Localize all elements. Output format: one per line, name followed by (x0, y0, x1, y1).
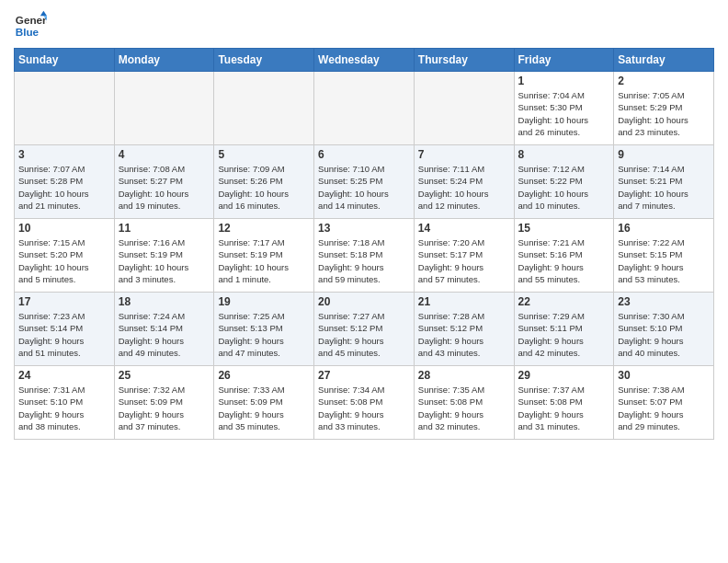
calendar-cell: 11Sunrise: 7:16 AMSunset: 5:19 PMDayligh… (114, 219, 214, 293)
calendar: SundayMondayTuesdayWednesdayThursdayFrid… (14, 48, 714, 440)
weekday-header-tuesday: Tuesday (214, 49, 314, 72)
day-number: 8 (518, 148, 610, 161)
day-info: Sunrise: 7:04 AMSunset: 5:30 PMDaylight:… (518, 89, 610, 138)
logo: General Blue (14, 9, 47, 42)
day-info: Sunrise: 7:24 AMSunset: 5:14 PMDaylight:… (119, 310, 210, 359)
day-number: 7 (418, 148, 510, 161)
calendar-cell (114, 72, 214, 145)
day-info: Sunrise: 7:23 AMSunset: 5:14 PMDaylight:… (18, 310, 110, 359)
day-number: 15 (518, 222, 610, 235)
day-number: 9 (618, 148, 710, 161)
week-row-3: 10Sunrise: 7:15 AMSunset: 5:20 PMDayligh… (15, 219, 714, 293)
weekday-header-thursday: Thursday (414, 49, 514, 72)
day-info: Sunrise: 7:29 AMSunset: 5:11 PMDaylight:… (518, 310, 610, 359)
day-number: 21 (418, 295, 510, 308)
day-info: Sunrise: 7:15 AMSunset: 5:20 PMDaylight:… (18, 236, 110, 285)
day-info: Sunrise: 7:33 AMSunset: 5:09 PMDaylight:… (218, 384, 310, 432)
day-info: Sunrise: 7:31 AMSunset: 5:10 PMDaylight:… (18, 384, 110, 432)
calendar-cell: 20Sunrise: 7:27 AMSunset: 5:12 PMDayligh… (314, 293, 415, 366)
week-row-5: 24Sunrise: 7:31 AMSunset: 5:10 PMDayligh… (15, 366, 714, 440)
calendar-cell: 3Sunrise: 7:07 AMSunset: 5:28 PMDaylight… (15, 145, 115, 219)
week-row-4: 17Sunrise: 7:23 AMSunset: 5:14 PMDayligh… (15, 293, 714, 366)
day-info: Sunrise: 7:35 AMSunset: 5:08 PMDaylight:… (418, 384, 510, 432)
calendar-cell: 30Sunrise: 7:38 AMSunset: 5:07 PMDayligh… (614, 366, 714, 440)
calendar-cell: 7Sunrise: 7:11 AMSunset: 5:24 PMDaylight… (414, 145, 514, 219)
calendar-cell: 28Sunrise: 7:35 AMSunset: 5:08 PMDayligh… (414, 366, 514, 440)
day-info: Sunrise: 7:25 AMSunset: 5:13 PMDaylight:… (218, 310, 310, 359)
day-number: 1 (518, 75, 610, 87)
day-info: Sunrise: 7:30 AMSunset: 5:10 PMDaylight:… (618, 310, 710, 359)
calendar-cell: 22Sunrise: 7:29 AMSunset: 5:11 PMDayligh… (514, 293, 614, 366)
day-info: Sunrise: 7:08 AMSunset: 5:27 PMDaylight:… (119, 163, 210, 212)
calendar-cell: 19Sunrise: 7:25 AMSunset: 5:13 PMDayligh… (214, 293, 314, 366)
weekday-header-row: SundayMondayTuesdayWednesdayThursdayFrid… (15, 49, 714, 72)
day-info: Sunrise: 7:16 AMSunset: 5:19 PMDaylight:… (119, 236, 210, 285)
day-number: 6 (318, 148, 410, 161)
calendar-cell (214, 72, 314, 145)
day-info: Sunrise: 7:10 AMSunset: 5:25 PMDaylight:… (318, 163, 410, 212)
calendar-cell: 10Sunrise: 7:15 AMSunset: 5:20 PMDayligh… (15, 219, 115, 293)
calendar-cell: 15Sunrise: 7:21 AMSunset: 5:16 PMDayligh… (514, 219, 614, 293)
week-row-1: 1Sunrise: 7:04 AMSunset: 5:30 PMDaylight… (15, 72, 714, 145)
day-number: 14 (418, 222, 510, 235)
day-info: Sunrise: 7:38 AMSunset: 5:07 PMDaylight:… (618, 384, 710, 432)
calendar-cell: 12Sunrise: 7:17 AMSunset: 5:19 PMDayligh… (214, 219, 314, 293)
day-info: Sunrise: 7:37 AMSunset: 5:08 PMDaylight:… (518, 384, 610, 432)
calendar-cell: 8Sunrise: 7:12 AMSunset: 5:22 PMDaylight… (514, 145, 614, 219)
day-number: 13 (318, 222, 410, 235)
day-number: 18 (119, 295, 210, 308)
day-info: Sunrise: 7:20 AMSunset: 5:17 PMDaylight:… (418, 236, 510, 285)
day-info: Sunrise: 7:12 AMSunset: 5:22 PMDaylight:… (518, 163, 610, 212)
weekday-header-wednesday: Wednesday (314, 49, 415, 72)
day-number: 22 (518, 295, 610, 308)
calendar-cell: 16Sunrise: 7:22 AMSunset: 5:15 PMDayligh… (614, 219, 714, 293)
day-number: 20 (318, 295, 410, 308)
day-number: 30 (618, 369, 710, 382)
day-number: 24 (18, 369, 110, 382)
day-number: 11 (119, 222, 210, 235)
calendar-cell: 21Sunrise: 7:28 AMSunset: 5:12 PMDayligh… (414, 293, 514, 366)
day-info: Sunrise: 7:14 AMSunset: 5:21 PMDaylight:… (618, 163, 710, 212)
calendar-cell (314, 72, 415, 145)
day-number: 23 (618, 295, 710, 308)
day-info: Sunrise: 7:27 AMSunset: 5:12 PMDaylight:… (318, 310, 410, 359)
day-info: Sunrise: 7:32 AMSunset: 5:09 PMDaylight:… (119, 384, 210, 432)
day-number: 4 (119, 148, 210, 161)
day-info: Sunrise: 7:05 AMSunset: 5:29 PMDaylight:… (618, 89, 710, 138)
day-number: 3 (18, 148, 110, 161)
day-info: Sunrise: 7:17 AMSunset: 5:19 PMDaylight:… (218, 236, 310, 285)
day-info: Sunrise: 7:28 AMSunset: 5:12 PMDaylight:… (418, 310, 510, 359)
calendar-cell: 13Sunrise: 7:18 AMSunset: 5:18 PMDayligh… (314, 219, 415, 293)
calendar-cell: 26Sunrise: 7:33 AMSunset: 5:09 PMDayligh… (214, 366, 314, 440)
svg-text:Blue: Blue (16, 26, 40, 38)
weekday-header-sunday: Sunday (15, 49, 115, 72)
day-number: 27 (318, 369, 410, 382)
calendar-cell: 4Sunrise: 7:08 AMSunset: 5:27 PMDaylight… (114, 145, 214, 219)
calendar-cell: 17Sunrise: 7:23 AMSunset: 5:14 PMDayligh… (15, 293, 115, 366)
day-number: 28 (418, 369, 510, 382)
weekday-header-saturday: Saturday (614, 49, 714, 72)
calendar-cell: 18Sunrise: 7:24 AMSunset: 5:14 PMDayligh… (114, 293, 214, 366)
weekday-header-friday: Friday (514, 49, 614, 72)
calendar-cell (414, 72, 514, 145)
calendar-cell: 14Sunrise: 7:20 AMSunset: 5:17 PMDayligh… (414, 219, 514, 293)
day-info: Sunrise: 7:34 AMSunset: 5:08 PMDaylight:… (318, 384, 410, 432)
calendar-cell: 9Sunrise: 7:14 AMSunset: 5:21 PMDaylight… (614, 145, 714, 219)
calendar-cell (15, 72, 115, 145)
week-row-2: 3Sunrise: 7:07 AMSunset: 5:28 PMDaylight… (15, 145, 714, 219)
calendar-cell: 6Sunrise: 7:10 AMSunset: 5:25 PMDaylight… (314, 145, 415, 219)
calendar-cell: 23Sunrise: 7:30 AMSunset: 5:10 PMDayligh… (614, 293, 714, 366)
day-number: 26 (218, 369, 310, 382)
day-info: Sunrise: 7:21 AMSunset: 5:16 PMDaylight:… (518, 236, 610, 285)
logo-icon: General Blue (14, 9, 47, 42)
day-number: 16 (618, 222, 710, 235)
day-number: 17 (18, 295, 110, 308)
calendar-cell: 5Sunrise: 7:09 AMSunset: 5:26 PMDaylight… (214, 145, 314, 219)
calendar-cell: 29Sunrise: 7:37 AMSunset: 5:08 PMDayligh… (514, 366, 614, 440)
day-number: 25 (119, 369, 210, 382)
day-number: 29 (518, 369, 610, 382)
day-number: 10 (18, 222, 110, 235)
day-info: Sunrise: 7:22 AMSunset: 5:15 PMDaylight:… (618, 236, 710, 285)
calendar-cell: 1Sunrise: 7:04 AMSunset: 5:30 PMDaylight… (514, 72, 614, 145)
calendar-cell: 25Sunrise: 7:32 AMSunset: 5:09 PMDayligh… (114, 366, 214, 440)
